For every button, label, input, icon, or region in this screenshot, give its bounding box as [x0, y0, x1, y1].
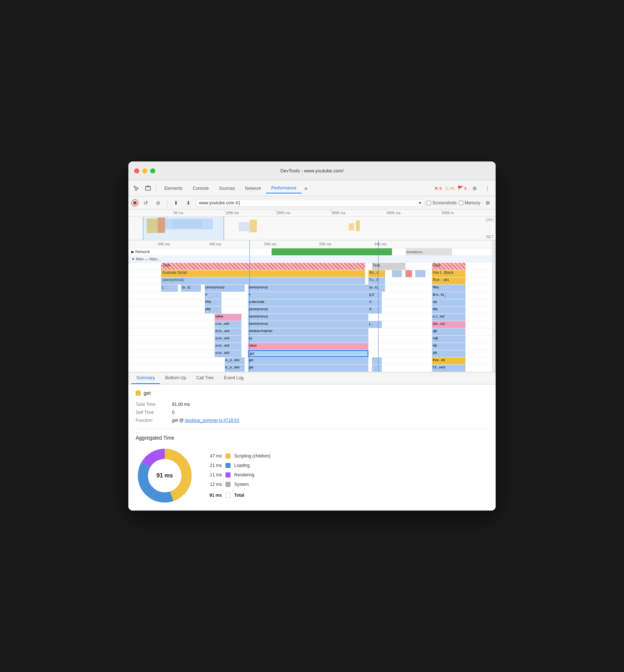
screenshots-checkbox[interactable] — [427, 201, 431, 205]
url-bar[interactable]: www.youtube.com #1 ▾ — [196, 199, 424, 207]
screenshot-icon[interactable] — [143, 183, 153, 193]
dcob3[interactable]: qjb — [432, 328, 465, 335]
aeb4[interactable]: Eve...ed — [432, 357, 465, 364]
minimize-button[interactable] — [142, 168, 147, 173]
eval-bar-main[interactable]: Evaluate Script — [161, 270, 365, 277]
task-bar-3[interactable]: Task — [432, 263, 465, 270]
aco2b3[interactable]: kjb — [432, 343, 465, 350]
p2b2[interactable]: (anonymous) — [248, 307, 368, 313]
eval-bar-4[interactable] — [405, 270, 412, 277]
m1b6[interactable]: Rka — [432, 285, 465, 292]
timeline-chart[interactable]: CPU NET — [128, 217, 496, 240]
multi-content-1[interactable]: (... (a...s) (anonymous) (anonymous) (a.… — [161, 285, 496, 292]
upload-icon[interactable]: ⬆ — [171, 198, 181, 208]
tab-summary[interactable]: Summary — [131, 372, 160, 384]
task-content[interactable]: Task Task Task — [161, 263, 496, 270]
valb2[interactable]: (anonymous) — [248, 314, 368, 321]
value-content[interactable]: value (anonymous) e.J...led — [161, 314, 496, 321]
aco2-content[interactable]: a.co...ack value kjb — [161, 343, 496, 350]
phbb3[interactable]: V — [368, 299, 382, 306]
aeb1[interactable]: a._e...ties — [225, 357, 245, 364]
phb2-content[interactable]: phb (anonymous) S Bla — [161, 307, 496, 313]
m1b1[interactable]: (... — [161, 285, 178, 292]
scrollbar[interactable] — [492, 240, 496, 372]
close-button[interactable] — [134, 168, 139, 173]
dropdown-icon[interactable]: ▾ — [419, 200, 421, 205]
evaluate-content[interactable]: Evaluate Script An...d Fire I...llback — [161, 270, 496, 277]
more-icon[interactable]: ⋮ — [483, 183, 493, 193]
aco-content[interactable]: a.co...ack cy mjb — [161, 336, 496, 343]
aco2b1[interactable]: a.co...ack — [215, 343, 241, 350]
acob3[interactable]: mjb — [432, 336, 465, 343]
m1b4[interactable]: (anonymous) — [248, 285, 368, 292]
xcob3[interactable]: j... — [368, 321, 382, 328]
network-content[interactable]: success.m... — [161, 248, 496, 255]
cursor-icon[interactable] — [131, 183, 141, 193]
ecob1[interactable]: e.co...ack — [215, 350, 241, 357]
acob1[interactable]: a.co...ack — [215, 336, 241, 343]
tab-more[interactable]: » — [301, 184, 311, 192]
dcob1[interactable]: d.co...ack — [215, 328, 241, 335]
capture-settings-icon[interactable]: ⚙ — [483, 198, 493, 208]
dco-content[interactable]: d.co...ack window.Polymer qjb — [161, 328, 496, 335]
tab-network[interactable]: Network — [240, 184, 266, 193]
vb1[interactable]: V — [205, 292, 221, 299]
eval-bar-3[interactable] — [392, 270, 402, 277]
p2b4[interactable]: Bla — [432, 307, 465, 313]
clear-icon[interactable]: ⊘ — [153, 198, 163, 208]
valb3[interactable]: e.J...led — [432, 314, 465, 321]
get-bar-selected[interactable]: get — [248, 350, 368, 357]
ae-content[interactable]: a._e...ties get Eve...ed — [161, 357, 496, 364]
network-bar[interactable] — [272, 248, 392, 255]
beb4[interactable]: f.fi...vent — [432, 365, 465, 372]
tab-console[interactable]: Console — [188, 184, 214, 193]
anon-bar-3[interactable]: Run ...sks — [432, 277, 465, 284]
acob2[interactable]: cy — [248, 336, 368, 343]
maximize-button[interactable] — [150, 168, 155, 173]
record-button[interactable] — [131, 199, 139, 207]
m1b5[interactable]: (a...s) — [368, 285, 385, 292]
p2b3[interactable]: S — [368, 307, 382, 313]
phb-content[interactable]: Phb a.decorate V xla — [161, 299, 496, 306]
xcob4[interactable]: (an...us) — [432, 321, 465, 328]
m1b3[interactable]: (anonymous) — [205, 285, 245, 292]
tab-performance[interactable]: Performance — [266, 183, 301, 193]
tab-bottom-up[interactable]: Bottom-Up — [160, 372, 191, 384]
valb1[interactable]: value — [215, 314, 241, 321]
p2b1[interactable]: phb — [205, 307, 221, 313]
timeline-selection[interactable] — [143, 217, 224, 240]
task-bar-2[interactable]: Task — [372, 263, 405, 270]
memory-checkbox[interactable] — [459, 201, 463, 205]
eval-bar-5[interactable] — [415, 270, 425, 277]
anon-bar-1[interactable]: (anonymous) — [161, 277, 365, 284]
beb3[interactable] — [372, 365, 382, 372]
anon-bar-2[interactable]: Fu...ll — [368, 277, 385, 284]
m1b2[interactable]: (a...s) — [181, 285, 201, 292]
eval-bar-6[interactable]: Fire I...llback — [432, 270, 465, 277]
xcob2[interactable]: (anonymous) — [248, 321, 368, 328]
aco2b2[interactable]: value — [248, 343, 368, 350]
task-bar-main[interactable]: Task — [161, 263, 365, 270]
eco-content[interactable]: e.co...ack get yib — [161, 350, 496, 357]
vb3[interactable]: g.S — [368, 292, 382, 299]
ecob3[interactable]: yib — [432, 350, 465, 357]
aeb3[interactable] — [372, 357, 382, 364]
reload-icon[interactable]: ↺ — [141, 198, 151, 208]
aeb2[interactable]: get — [248, 357, 368, 364]
anon-content-1[interactable]: (anonymous) Fu...ll Run ...sks — [161, 277, 496, 284]
success-bar[interactable]: success.m... — [405, 248, 452, 255]
beb1[interactable]: b._e...ties — [225, 365, 245, 372]
beb2[interactable]: get — [248, 365, 368, 372]
eval-bar-2[interactable]: An...d — [368, 270, 385, 277]
download-icon[interactable]: ⬇ — [183, 198, 193, 208]
dcob2[interactable]: window.Polymer — [248, 328, 368, 335]
tab-call-tree[interactable]: Call Tree — [191, 372, 219, 384]
v-content[interactable]: V v g.S $i.e...ks_ — [161, 292, 496, 299]
tab-event-log[interactable]: Event Log — [219, 372, 249, 384]
vb4[interactable]: $i.e...ks_ — [432, 292, 465, 299]
xco-content[interactable]: x.co...ack (anonymous) j... (an...us) — [161, 321, 496, 328]
phbb4[interactable]: xla — [432, 299, 465, 306]
vb2[interactable]: v — [248, 292, 368, 299]
tab-elements[interactable]: Elements — [159, 184, 188, 193]
xcob1[interactable]: x.co...ack — [215, 321, 241, 328]
